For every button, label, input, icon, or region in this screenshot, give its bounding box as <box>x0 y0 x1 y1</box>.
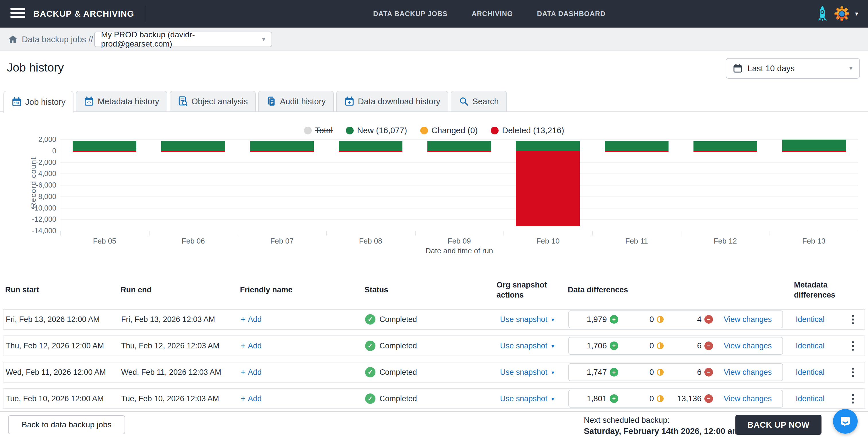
legend-dot-icon <box>304 127 312 135</box>
column-header-run-start: Run start <box>5 285 39 295</box>
footer-bar: Back to data backup jobs Next scheduled … <box>0 411 868 440</box>
tab-audit-history[interactable]: Audit history <box>258 91 334 112</box>
bar-new-feb-08 <box>339 141 402 151</box>
chevron-down-icon: ▾ <box>551 369 554 376</box>
view-changes-link[interactable]: View changes <box>713 315 782 324</box>
legend-dot-icon <box>346 127 353 135</box>
kebab-menu-icon[interactable] <box>849 340 857 352</box>
breadcrumb-bar: Data backup jobs // My PROD backup (davi… <box>0 28 868 51</box>
add-friendly-name-button[interactable]: +Add <box>241 341 262 351</box>
backup-job-selector[interactable]: My PROD backup (davidr-prod@gearset.com)… <box>94 32 272 47</box>
gridline <box>60 139 858 140</box>
tab-data-download-history[interactable]: Data download history <box>336 91 448 112</box>
metadata-differences-link[interactable]: Identical <box>796 315 825 324</box>
deleted-records-stat: 13,136− <box>663 394 713 403</box>
kebab-menu-icon[interactable] <box>849 313 857 326</box>
status-label: Completed <box>379 368 417 377</box>
nav-divider <box>145 6 145 22</box>
tab-job-history[interactable]: 101Job history <box>3 91 73 113</box>
run-end-cell: Tue, Feb 10, 2026 12:03 AM <box>121 394 219 403</box>
metadata-differences-link[interactable]: Identical <box>796 342 825 350</box>
tab-label: Job history <box>25 97 65 107</box>
bar-new-feb-11 <box>605 141 669 151</box>
bar-deleted-feb-13 <box>782 151 846 152</box>
chat-widget-button[interactable] <box>833 409 858 434</box>
column-header-run-end: Run end <box>121 285 152 295</box>
tab-object-analysis[interactable]: Object analysis <box>169 91 256 112</box>
use-snapshot-dropdown[interactable]: Use snapshot▾ <box>500 368 554 377</box>
back-up-now-button[interactable]: BACK UP NOW <box>735 415 822 435</box>
add-friendly-name-button[interactable]: +Add <box>241 315 262 324</box>
y-tick-label: -14,000 <box>16 227 56 235</box>
status-cell: ✓ Completed <box>365 393 417 404</box>
gridline <box>60 208 858 208</box>
kebab-menu-icon[interactable] <box>849 366 857 379</box>
column-header-data-differences: Data differences <box>568 285 628 295</box>
run-end-cell: Thu, Feb 12, 2026 12:03 AM <box>121 342 219 350</box>
tab-search[interactable]: Search <box>451 91 507 112</box>
bar-deleted-feb-08 <box>339 151 402 152</box>
run-end-cell: Wed, Feb 11, 2026 12:03 AM <box>121 368 221 377</box>
metadata-differences-link[interactable]: Identical <box>796 394 825 403</box>
y-tick-label: -10,000 <box>16 204 56 212</box>
data-differences-box: 1,706+ 0 6− View changes <box>568 337 783 355</box>
nav-item-data-dashboard[interactable]: DATA DASHBOARD <box>537 10 606 18</box>
date-range-selector[interactable]: Last 10 days ▾ <box>725 58 860 79</box>
deleted-minus-icon: − <box>704 368 713 377</box>
run-start-cell: Thu, Feb 12, 2026 12:00 AM <box>6 342 104 350</box>
breadcrumb[interactable]: Data backup jobs // <box>8 28 93 51</box>
added-records-stat: 1,747+ <box>569 368 618 377</box>
y-tick-label: 2,000 <box>16 135 56 144</box>
metadata-differences-link[interactable]: Identical <box>796 368 825 377</box>
add-friendly-name-button[interactable]: +Add <box>241 394 262 404</box>
next-scheduled-backup-value: Saturday, February 14th 2026, 12:00 am <box>584 426 740 437</box>
y-tick-label: -12,000 <box>16 215 56 224</box>
bar-deleted-feb-07 <box>250 151 314 152</box>
legend-item-new[interactable]: New (16,077) <box>346 126 407 135</box>
tab-metadata-history[interactable]: <>Metadata history <box>76 91 167 112</box>
legend-item-deleted[interactable]: Deleted (13,216) <box>491 126 564 135</box>
nav-item-data-backup-jobs[interactable]: DATA BACKUP JOBS <box>373 10 447 18</box>
nav-item-archiving[interactable]: ARCHIVING <box>472 10 513 18</box>
nav-items: DATA BACKUP JOBSARCHIVINGDATA DASHBOARD <box>373 0 606 28</box>
x-tick-label: Feb 11 <box>614 237 660 245</box>
user-avatar-gear-icon[interactable] <box>834 6 850 22</box>
use-snapshot-dropdown[interactable]: Use snapshot▾ <box>500 315 554 324</box>
rocket-icon[interactable] <box>816 5 829 22</box>
bar-new-feb-13 <box>782 140 846 151</box>
x-tick <box>770 231 770 235</box>
view-changes-link[interactable]: View changes <box>713 342 782 350</box>
chevron-down-icon[interactable]: ▾ <box>855 10 858 18</box>
view-changes-link[interactable]: View changes <box>713 368 782 377</box>
add-friendly-name-button[interactable]: +Add <box>241 367 262 377</box>
table-body: Fri, Feb 13, 2026 12:00 AM Fri, Feb 13, … <box>3 309 865 415</box>
bar-new-feb-07 <box>250 141 314 151</box>
view-changes-link[interactable]: View changes <box>713 394 782 403</box>
column-header-friendly-name: Friendly name <box>240 285 292 295</box>
hamburger-menu-icon[interactable] <box>10 8 25 20</box>
tab-label: Object analysis <box>191 97 248 106</box>
breadcrumb-label[interactable]: Data backup jobs // <box>22 35 93 44</box>
calendar-code-icon: <> <box>84 96 94 107</box>
use-snapshot-dropdown[interactable]: Use snapshot▾ <box>500 342 554 350</box>
back-to-data-backup-jobs-button[interactable]: Back to data backup jobs <box>8 415 125 434</box>
x-tick-label: Feb 10 <box>525 237 571 245</box>
use-snapshot-dropdown[interactable]: Use snapshot▾ <box>500 394 554 403</box>
added-plus-icon: + <box>610 394 618 403</box>
status-cell: ✓ Completed <box>365 314 417 325</box>
deleted-minus-icon: − <box>704 342 713 350</box>
kebab-menu-icon[interactable] <box>849 392 857 405</box>
bar-deleted-feb-06 <box>161 151 225 152</box>
table-row: Thu, Feb 12, 2026 12:00 AM Thu, Feb 12, … <box>3 335 865 356</box>
legend-item-changed[interactable]: Changed (0) <box>420 126 477 135</box>
date-range-value: Last 10 days <box>747 64 795 73</box>
x-tick-label: Feb 07 <box>259 237 305 245</box>
x-tick <box>415 231 415 235</box>
legend-item-total[interactable]: Total <box>304 126 333 135</box>
plus-icon: + <box>241 315 246 324</box>
x-tick <box>238 231 238 235</box>
table-header: Run start Run end Friendly name Status O… <box>3 275 865 305</box>
bar-deleted-feb-05 <box>73 151 136 152</box>
nav-right: ▾ <box>816 0 858 28</box>
x-tick <box>327 231 327 235</box>
